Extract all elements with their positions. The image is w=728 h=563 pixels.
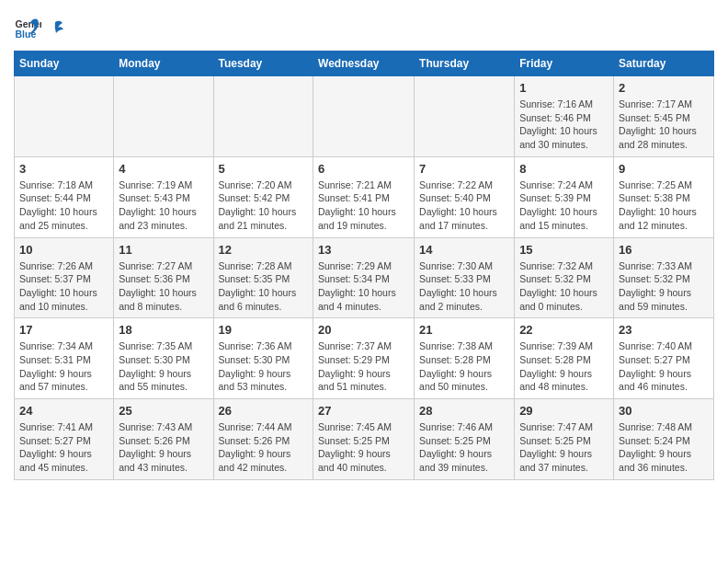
day-cell: 6Sunrise: 7:21 AMSunset: 5:41 PMDaylight… <box>313 156 415 237</box>
day-number: 22 <box>519 323 609 337</box>
day-info: Sunrise: 7:16 AMSunset: 5:46 PMDaylight:… <box>519 98 609 152</box>
day-number: 23 <box>619 323 709 337</box>
day-cell <box>313 76 415 157</box>
day-cell: 4Sunrise: 7:19 AMSunset: 5:43 PMDaylight… <box>114 156 213 237</box>
day-cell: 3Sunrise: 7:18 AMSunset: 5:44 PMDaylight… <box>15 156 114 237</box>
day-cell: 13Sunrise: 7:29 AMSunset: 5:34 PMDayligh… <box>313 237 415 318</box>
day-info: Sunrise: 7:34 AMSunset: 5:31 PMDaylight:… <box>19 339 108 394</box>
day-cell: 5Sunrise: 7:20 AMSunset: 5:42 PMDaylight… <box>213 156 313 237</box>
day-cell: 16Sunrise: 7:33 AMSunset: 5:32 PMDayligh… <box>614 237 714 318</box>
day-number: 1 <box>519 81 609 95</box>
day-cell: 2Sunrise: 7:17 AMSunset: 5:45 PMDaylight… <box>614 76 714 157</box>
day-number: 3 <box>19 162 108 176</box>
day-info: Sunrise: 7:46 AMSunset: 5:25 PMDaylight:… <box>419 420 509 475</box>
day-number: 15 <box>519 243 609 257</box>
week-row-5: 24Sunrise: 7:41 AMSunset: 5:27 PMDayligh… <box>15 399 714 480</box>
day-info: Sunrise: 7:35 AMSunset: 5:30 PMDaylight:… <box>119 339 208 394</box>
day-number: 20 <box>318 323 409 337</box>
day-cell: 21Sunrise: 7:38 AMSunset: 5:28 PMDayligh… <box>415 318 515 399</box>
day-info: Sunrise: 7:45 AMSunset: 5:25 PMDaylight:… <box>318 420 409 475</box>
day-cell: 28Sunrise: 7:46 AMSunset: 5:25 PMDayligh… <box>415 399 515 480</box>
day-cell <box>114 76 213 157</box>
day-cell: 25Sunrise: 7:43 AMSunset: 5:26 PMDayligh… <box>114 399 213 480</box>
day-info: Sunrise: 7:29 AMSunset: 5:34 PMDaylight:… <box>318 259 409 314</box>
day-info: Sunrise: 7:24 AMSunset: 5:39 PMDaylight:… <box>519 178 609 233</box>
logo-bird-icon <box>47 18 63 37</box>
day-number: 16 <box>619 243 709 257</box>
week-row-3: 10Sunrise: 7:26 AMSunset: 5:37 PMDayligh… <box>15 237 714 318</box>
header-cell-sunday: Sunday <box>15 52 114 76</box>
day-number: 4 <box>119 162 208 176</box>
header-cell-thursday: Thursday <box>415 52 515 76</box>
svg-text:Blue: Blue <box>16 29 37 40</box>
day-number: 13 <box>318 243 409 257</box>
day-number: 28 <box>419 404 509 418</box>
day-number: 26 <box>219 404 309 418</box>
day-info: Sunrise: 7:25 AMSunset: 5:38 PMDaylight:… <box>619 178 709 233</box>
day-cell: 14Sunrise: 7:30 AMSunset: 5:33 PMDayligh… <box>415 237 515 318</box>
header-row: SundayMondayTuesdayWednesdayThursdayFrid… <box>15 52 714 76</box>
day-info: Sunrise: 7:43 AMSunset: 5:26 PMDaylight:… <box>119 420 208 475</box>
day-cell: 20Sunrise: 7:37 AMSunset: 5:29 PMDayligh… <box>313 318 415 399</box>
header-cell-saturday: Saturday <box>614 52 714 76</box>
day-info: Sunrise: 7:44 AMSunset: 5:26 PMDaylight:… <box>219 420 309 475</box>
calendar-table: SundayMondayTuesdayWednesdayThursdayFrid… <box>14 51 714 480</box>
day-number: 21 <box>419 323 509 337</box>
day-info: Sunrise: 7:32 AMSunset: 5:32 PMDaylight:… <box>519 259 609 314</box>
day-number: 11 <box>119 243 208 257</box>
day-number: 8 <box>519 162 609 176</box>
page-header: General Blue <box>14 14 714 41</box>
day-number: 14 <box>419 243 509 257</box>
day-info: Sunrise: 7:40 AMSunset: 5:27 PMDaylight:… <box>619 339 709 394</box>
day-number: 5 <box>219 162 309 176</box>
week-row-2: 3Sunrise: 7:18 AMSunset: 5:44 PMDaylight… <box>15 156 714 237</box>
day-number: 17 <box>19 323 108 337</box>
day-number: 27 <box>318 404 409 418</box>
day-cell <box>15 76 114 157</box>
week-row-4: 17Sunrise: 7:34 AMSunset: 5:31 PMDayligh… <box>15 318 714 399</box>
day-cell: 9Sunrise: 7:25 AMSunset: 5:38 PMDaylight… <box>614 156 714 237</box>
day-cell: 18Sunrise: 7:35 AMSunset: 5:30 PMDayligh… <box>114 318 213 399</box>
day-number: 30 <box>619 404 709 418</box>
day-number: 7 <box>419 162 509 176</box>
day-cell: 24Sunrise: 7:41 AMSunset: 5:27 PMDayligh… <box>15 399 114 480</box>
day-cell: 12Sunrise: 7:28 AMSunset: 5:35 PMDayligh… <box>213 237 313 318</box>
day-info: Sunrise: 7:21 AMSunset: 5:41 PMDaylight:… <box>318 178 409 233</box>
day-info: Sunrise: 7:33 AMSunset: 5:32 PMDaylight:… <box>619 259 709 314</box>
day-number: 29 <box>519 404 609 418</box>
day-cell: 17Sunrise: 7:34 AMSunset: 5:31 PMDayligh… <box>15 318 114 399</box>
day-number: 2 <box>619 81 709 95</box>
day-cell: 7Sunrise: 7:22 AMSunset: 5:40 PMDaylight… <box>415 156 515 237</box>
header-cell-friday: Friday <box>515 52 614 76</box>
logo: General Blue <box>14 14 65 41</box>
day-info: Sunrise: 7:47 AMSunset: 5:25 PMDaylight:… <box>519 420 609 475</box>
day-number: 25 <box>119 404 208 418</box>
day-cell: 1Sunrise: 7:16 AMSunset: 5:46 PMDaylight… <box>515 76 614 157</box>
day-info: Sunrise: 7:41 AMSunset: 5:27 PMDaylight:… <box>19 420 108 475</box>
day-cell: 22Sunrise: 7:39 AMSunset: 5:28 PMDayligh… <box>515 318 614 399</box>
week-row-1: 1Sunrise: 7:16 AMSunset: 5:46 PMDaylight… <box>15 76 714 157</box>
logo-icon: General Blue <box>14 14 41 41</box>
day-info: Sunrise: 7:37 AMSunset: 5:29 PMDaylight:… <box>318 339 409 394</box>
day-cell: 8Sunrise: 7:24 AMSunset: 5:39 PMDaylight… <box>515 156 614 237</box>
day-info: Sunrise: 7:38 AMSunset: 5:28 PMDaylight:… <box>419 339 509 394</box>
day-number: 24 <box>19 404 108 418</box>
day-info: Sunrise: 7:22 AMSunset: 5:40 PMDaylight:… <box>419 178 509 233</box>
day-cell: 27Sunrise: 7:45 AMSunset: 5:25 PMDayligh… <box>313 399 415 480</box>
day-cell: 30Sunrise: 7:48 AMSunset: 5:24 PMDayligh… <box>614 399 714 480</box>
day-info: Sunrise: 7:19 AMSunset: 5:43 PMDaylight:… <box>119 178 208 233</box>
day-cell: 15Sunrise: 7:32 AMSunset: 5:32 PMDayligh… <box>515 237 614 318</box>
day-info: Sunrise: 7:48 AMSunset: 5:24 PMDaylight:… <box>619 420 709 475</box>
day-info: Sunrise: 7:30 AMSunset: 5:33 PMDaylight:… <box>419 259 509 314</box>
day-number: 18 <box>119 323 208 337</box>
day-number: 19 <box>219 323 309 337</box>
day-cell: 19Sunrise: 7:36 AMSunset: 5:30 PMDayligh… <box>213 318 313 399</box>
day-info: Sunrise: 7:17 AMSunset: 5:45 PMDaylight:… <box>619 98 709 152</box>
day-cell: 10Sunrise: 7:26 AMSunset: 5:37 PMDayligh… <box>15 237 114 318</box>
day-number: 9 <box>619 162 709 176</box>
day-cell: 23Sunrise: 7:40 AMSunset: 5:27 PMDayligh… <box>614 318 714 399</box>
day-cell: 26Sunrise: 7:44 AMSunset: 5:26 PMDayligh… <box>213 399 313 480</box>
day-number: 10 <box>19 243 108 257</box>
day-cell: 29Sunrise: 7:47 AMSunset: 5:25 PMDayligh… <box>515 399 614 480</box>
header-cell-wednesday: Wednesday <box>313 52 415 76</box>
